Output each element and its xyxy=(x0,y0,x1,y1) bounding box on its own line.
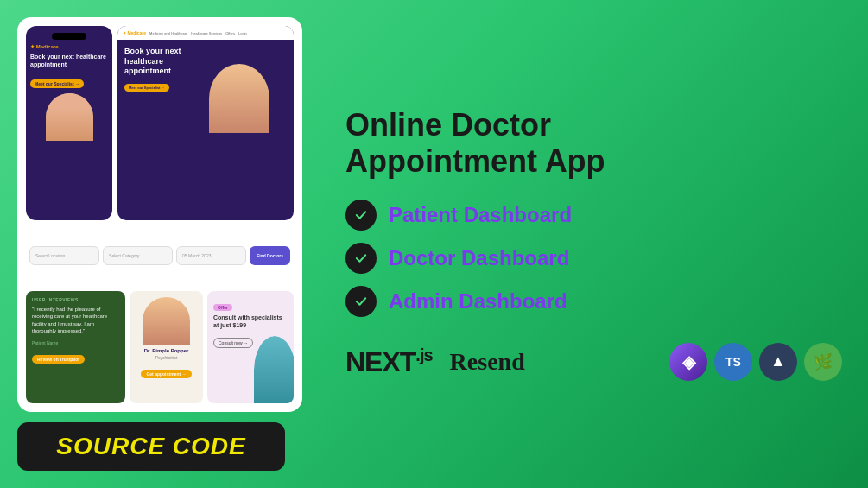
check-icon-admin xyxy=(345,286,377,317)
doctor-name: Dr. Pimple Popper xyxy=(134,348,199,353)
mongodb-icon: 🌿 xyxy=(804,343,842,381)
testimonial-patient-name: Patient Name xyxy=(32,340,119,345)
search-date-input[interactable]: 05 March 2023 xyxy=(176,246,246,265)
doctor-specialty: Psychiatrist xyxy=(134,355,199,360)
phone-meet-specialist-button[interactable]: Meet our Specialist → xyxy=(30,79,84,88)
desktop-hero-button[interactable]: Meet our Specialist → xyxy=(124,84,169,92)
source-code-button[interactable]: SOURCE CODE xyxy=(17,422,285,471)
prisma-icon: ◈ xyxy=(669,343,707,381)
nextjs-icon: ▲ xyxy=(759,343,797,381)
desktop-nav-services: Healthcare Services xyxy=(191,31,222,35)
feature-patient-label: Patient Dashboard xyxy=(389,203,572,227)
tech-icons: ◈ TS ▲ 🌿 xyxy=(669,343,842,381)
doctor-card: Dr. Pimple Popper Psychiatrist Get appoi… xyxy=(130,291,203,403)
desktop-hero: Book your next healthcare appointment Me… xyxy=(117,40,294,140)
doctor-avatar xyxy=(143,297,190,345)
nextjs-suffix: .js xyxy=(415,345,432,364)
check-icon-patient xyxy=(345,200,377,231)
resend-logo: Resend xyxy=(450,348,525,376)
testimonial-section-label: USER INTERVIEWS xyxy=(32,297,119,302)
phone-notch xyxy=(52,33,86,40)
desktop-nav-brand: ✦ Medicare xyxy=(123,30,146,35)
app-title-line2: Appointment App xyxy=(345,143,605,179)
find-doctors-button[interactable]: Find Doctors xyxy=(250,246,290,265)
feature-patient-dashboard: Patient Dashboard xyxy=(345,200,842,231)
feature-admin-label: Admin Dashboard xyxy=(389,289,567,314)
consult-now-button[interactable]: Consult now → xyxy=(213,338,253,348)
app-title: Online Doctor Appointment App xyxy=(345,107,842,179)
feature-admin-dashboard: Admin Dashboard xyxy=(345,286,842,317)
nextjs-logo: NEXT.js xyxy=(345,345,433,378)
feature-doctor-label: Doctor Dashboard xyxy=(389,246,569,270)
desktop-hero-text: Book your next healthcare appointment xyxy=(124,47,211,77)
search-row: Select Location Select Category 05 March… xyxy=(26,225,294,286)
trustpilot-review-button[interactable]: Review on Trustpilot xyxy=(32,355,85,364)
testimonial-text: "I recently had the pleasure of receivin… xyxy=(32,306,119,335)
right-panel: Online Doctor Appointment App Patient Da… xyxy=(320,0,868,488)
phone-brand: ✦ Medicare xyxy=(30,43,108,49)
search-category-input[interactable]: Select Category xyxy=(103,246,173,265)
search-location-input[interactable]: Select Location xyxy=(29,246,99,265)
left-panel: ✦ Medicare Book your next healthcare app… xyxy=(0,0,320,488)
phone-mockup: ✦ Medicare Book your next healthcare app… xyxy=(26,26,112,220)
desktop-header-mockup: ✦ Medicare Medicine and Healthcare Healt… xyxy=(117,26,294,220)
app-title-line1: Online Doctor xyxy=(345,107,551,143)
testimonial-card: USER INTERVIEWS "I recently had the plea… xyxy=(26,291,125,403)
offer-badge: Offer xyxy=(213,304,232,311)
desktop-doctor-image xyxy=(209,64,269,133)
mockup-container: ✦ Medicare Book your next healthcare app… xyxy=(17,17,302,412)
desktop-nav-offers: Offers xyxy=(225,31,235,35)
desktop-nav-item: Medicine and Healthcare xyxy=(149,31,187,35)
feature-doctor-dashboard: Doctor Dashboard xyxy=(345,243,842,274)
desktop-nav-login: Login xyxy=(238,31,247,35)
desktop-nav: ✦ Medicare Medicine and Healthcare Healt… xyxy=(117,26,294,40)
phone-doctor-image xyxy=(46,93,93,141)
offer-card: Offer Consult with specialists at just $… xyxy=(207,291,294,403)
phone-headline: Book your next healthcare appointment xyxy=(30,53,108,68)
offer-text: Consult with specialists at just $199 xyxy=(213,314,288,329)
typescript-icon: TS xyxy=(714,343,752,381)
nextjs-text: NEXT xyxy=(345,346,415,377)
get-appointment-button[interactable]: Get appointment → xyxy=(141,370,191,378)
tech-stack: NEXT.js Resend ◈ TS ▲ 🌿 xyxy=(345,343,842,381)
bottom-cards: USER INTERVIEWS "I recently had the plea… xyxy=(26,291,294,403)
check-icon-doctor xyxy=(345,243,377,274)
offer-nurse-image xyxy=(254,336,294,403)
